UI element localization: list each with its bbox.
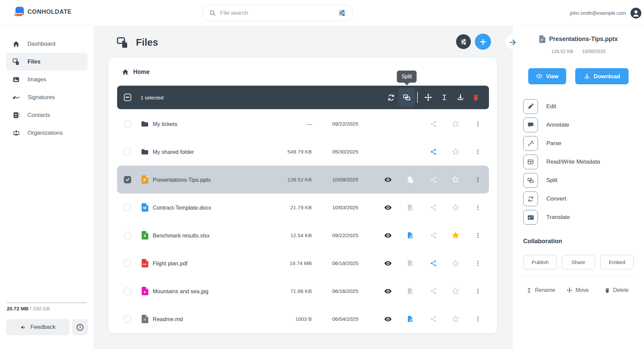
search-input[interactable] — [220, 10, 334, 16]
sidebar-item-files[interactable]: Files — [6, 53, 88, 71]
row-menu-icon[interactable] — [474, 259, 482, 268]
file-check-icon[interactable] — [406, 287, 414, 296]
file-row[interactable]: PDF Flight plan.pdf 19.74 MB 06/18/2025 — [117, 249, 489, 277]
search-bar[interactable] — [202, 5, 353, 21]
add-button[interactable] — [475, 34, 491, 50]
row-checkbox[interactable] — [124, 260, 131, 267]
move-button[interactable]: Move — [566, 287, 589, 293]
download-button[interactable] — [456, 93, 465, 102]
file-check-icon[interactable] — [406, 203, 414, 212]
move-button[interactable] — [424, 93, 433, 102]
sidebar-item-dashboard[interactable]: Dashboard — [6, 35, 88, 53]
star-icon[interactable] — [451, 231, 460, 240]
file-row[interactable]: ▲ Mountains and sea.jpg 71.86 KB 06/16/2… — [117, 277, 489, 305]
file-list: My tickets — 09/22/2025 My shared folder… — [117, 110, 489, 333]
row-checkbox[interactable] — [124, 176, 131, 183]
star-icon[interactable] — [451, 315, 460, 323]
file-name[interactable]: Contract-Template.docx — [153, 204, 211, 211]
embed-button[interactable]: Embed — [600, 255, 634, 269]
file-row[interactable]: ≡ Readme.md 1003 B 06/04/2025 — [117, 305, 489, 333]
rename-button[interactable] — [440, 93, 449, 102]
view-button[interactable]: View — [528, 68, 566, 84]
row-checkbox[interactable] — [124, 148, 131, 156]
file-name[interactable]: My tickets — [153, 121, 177, 127]
row-checkbox[interactable] — [124, 315, 131, 323]
row-menu-icon[interactable] — [474, 147, 482, 156]
file-name[interactable]: Mountains and sea.jpg — [153, 288, 208, 294]
file-check-icon[interactable] — [406, 259, 414, 268]
file-row[interactable]: W Contract-Template.docx 21.79 KB 10/03/… — [117, 193, 489, 221]
star-icon[interactable] — [451, 259, 460, 268]
delete-button[interactable]: Delete — [604, 287, 629, 293]
file-check-icon[interactable] — [406, 175, 414, 184]
row-menu-icon[interactable] — [474, 287, 482, 296]
action-edit[interactable]: Edit — [523, 99, 600, 114]
file-check-icon[interactable] — [406, 315, 414, 323]
row-menu-icon[interactable] — [474, 203, 482, 212]
action-annotate[interactable]: Annotate — [523, 117, 600, 133]
action-split[interactable]: Split — [523, 173, 600, 188]
preview-icon[interactable] — [384, 287, 392, 296]
row-menu-icon[interactable] — [474, 315, 482, 323]
star-icon[interactable] — [451, 120, 460, 128]
file-name[interactable]: Presentations-Tips.pptx — [153, 176, 211, 183]
file-name[interactable]: My shared folder — [153, 148, 194, 155]
file-check-icon[interactable] — [406, 231, 414, 240]
row-checkbox[interactable] — [124, 232, 131, 239]
row-checkbox[interactable] — [124, 204, 131, 211]
star-icon[interactable] — [451, 147, 460, 156]
select-all-checkbox[interactable] — [124, 94, 131, 101]
star-icon[interactable] — [451, 287, 460, 296]
file-name[interactable]: Flight plan.pdf — [153, 260, 188, 266]
row-checkbox[interactable] — [124, 288, 131, 295]
publish-button[interactable]: Publish — [524, 255, 557, 269]
action-convert[interactable]: Convert — [523, 191, 600, 207]
preview-icon[interactable] — [384, 231, 392, 240]
file-date: 06/16/2025 — [332, 288, 376, 294]
download-file-button[interactable]: Download — [575, 68, 629, 84]
share-icon[interactable] — [429, 203, 438, 212]
sidebar-item-signatures[interactable]: Signatures — [6, 88, 88, 106]
file-row[interactable]: My shared folder 549.79 KB 05/30/2025 — [117, 138, 489, 166]
file-name[interactable]: Benchmark results.xlsx — [153, 232, 210, 238]
row-menu-icon[interactable] — [474, 231, 482, 240]
row-menu-icon[interactable] — [474, 175, 482, 184]
action-translate[interactable]: AZ Translate — [523, 210, 600, 225]
share-icon[interactable] — [429, 231, 438, 240]
search-filter-icon[interactable] — [338, 9, 346, 17]
star-icon[interactable] — [451, 203, 460, 212]
row-checkbox[interactable] — [124, 120, 131, 128]
share-icon[interactable] — [429, 259, 438, 268]
share-icon[interactable] — [429, 120, 438, 128]
help-button[interactable]: ? — [72, 319, 88, 335]
preview-icon[interactable] — [384, 203, 392, 212]
action-metadata[interactable]: Read/Write Metadata — [523, 154, 600, 170]
sidebar-item-organizations[interactable]: Organizations — [6, 124, 88, 142]
share-icon[interactable] — [429, 175, 438, 184]
star-icon[interactable] — [451, 175, 460, 184]
share-icon[interactable] — [429, 147, 438, 156]
convert-button[interactable] — [387, 93, 395, 102]
rename-button[interactable]: Rename — [526, 287, 555, 293]
file-name[interactable]: Readme.md — [153, 316, 183, 322]
breadcrumb[interactable]: Home — [122, 69, 150, 76]
share-icon[interactable] — [429, 315, 438, 323]
preview-icon[interactable] — [384, 259, 392, 268]
feedback-button[interactable]: Feedback — [6, 319, 69, 335]
file-row[interactable]: X Benchmark results.xlsx 12.54 KB 09/22/… — [117, 221, 489, 249]
sidebar-item-images[interactable]: Images — [6, 71, 88, 88]
avatar[interactable] — [631, 8, 641, 18]
preview-icon[interactable] — [384, 175, 392, 184]
preview-icon[interactable] — [384, 315, 392, 323]
share-button[interactable]: Share — [562, 255, 595, 269]
row-menu-icon[interactable] — [474, 120, 482, 128]
action-parse[interactable]: Parse — [523, 136, 600, 151]
view-options-button[interactable] — [456, 34, 471, 49]
split-button[interactable] — [402, 93, 411, 102]
file-row[interactable]: My tickets — 09/22/2025 — [117, 110, 489, 138]
sidebar-item-contacts[interactable]: Contacts — [6, 106, 88, 124]
delete-button[interactable] — [472, 93, 480, 102]
share-icon[interactable] — [429, 287, 438, 296]
brand-logo[interactable]: CONHOLDATE — [15, 7, 72, 17]
file-row[interactable]: P Presentations-Tips.pptx 128.52 KB 10/0… — [117, 166, 489, 193]
